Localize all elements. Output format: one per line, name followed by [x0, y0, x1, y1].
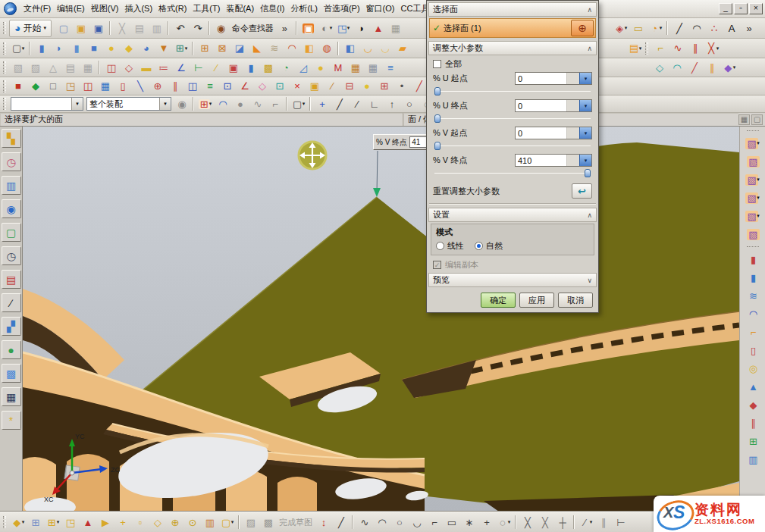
toolbar-grip[interactable] [645, 42, 648, 55]
web-browser-tab[interactable]: ◉ [2, 199, 21, 218]
grid-table-icon[interactable]: ▦ [364, 59, 381, 76]
work-section-icon[interactable]: ▯ [114, 78, 131, 95]
value-slider[interactable] [434, 86, 591, 96]
selected-face-row[interactable]: ✓ 选择面 (1) ⊕ [429, 18, 596, 38]
paste-icon[interactable]: ▥ [148, 20, 165, 36]
value-slider[interactable] [434, 168, 591, 178]
offset-curve-icon[interactable]: ◌▾ [495, 514, 513, 530]
extrude-icon[interactable]: ▮ [33, 40, 50, 57]
angle-icon[interactable]: ∠ [172, 59, 190, 76]
binoculars-icon[interactable]: ◉ [173, 95, 190, 112]
face-selector-button[interactable]: ⊕ [571, 20, 594, 36]
make-corner-icon[interactable]: ┼ [553, 514, 571, 530]
cancel-button[interactable]: 取消 [558, 293, 593, 308]
chamfer-icon[interactable]: ⌐ [425, 514, 443, 530]
list-lines-icon[interactable]: ≡ [381, 59, 399, 76]
guide-curve-icon[interactable]: ◠ [742, 305, 763, 323]
screw-icon[interactable]: ▮ [742, 268, 763, 286]
dimension-icon[interactable]: ⊢ [612, 514, 629, 530]
move-face-icon[interactable]: ▧▾ [742, 134, 763, 152]
boolean-icon[interactable]: ⊞▾ [172, 40, 190, 57]
refresh-view-icon[interactable]: ■ [9, 78, 27, 95]
locating-ring-icon[interactable]: ◎ [742, 359, 763, 377]
export-view-icon[interactable]: ⊡ [218, 78, 236, 95]
bolt-icon[interactable]: ▮ [742, 250, 763, 268]
dot-icon[interactable]: • [393, 78, 410, 95]
boss-icon[interactable]: ◆ [120, 40, 137, 57]
gray-box-icon[interactable]: ▦ [387, 20, 404, 36]
internet-tab[interactable]: ▢ [2, 223, 21, 242]
sketch-constraint-icon[interactable]: ∕▾ [577, 514, 594, 530]
teal-diamond-icon[interactable]: ◇ [651, 59, 668, 76]
center-target-icon[interactable]: ⊕ [149, 78, 166, 95]
level-icon[interactable]: ⊢ [190, 59, 207, 76]
distance-icon[interactable]: ▬ [137, 59, 155, 76]
sprue-icon[interactable]: ▲ [742, 377, 763, 396]
menu-item[interactable]: 视图(V) [88, 1, 122, 17]
sketch-task-icon[interactable]: ▨ [242, 514, 259, 530]
menu-item[interactable]: 信息(I) [257, 1, 287, 17]
new-file-icon[interactable]: ▢ [55, 20, 72, 36]
extend-sheet-icon[interactable]: ◡ [376, 40, 393, 57]
menu-item[interactable]: 装配(A) [223, 1, 257, 17]
zoom-box-icon[interactable]: □ [44, 78, 61, 95]
3d-scene[interactable]: ZC YC XC [23, 127, 739, 512]
snap-endpoint-icon[interactable]: ╱ [331, 95, 348, 112]
constraint-navigator-tab[interactable]: ◷ [2, 152, 21, 171]
triangle-icon[interactable]: △ [44, 59, 61, 76]
toolbar-grip[interactable] [3, 516, 6, 528]
text-icon[interactable]: A [723, 20, 740, 36]
library-tab[interactable]: ▥ [2, 176, 21, 195]
offset-surface-icon[interactable]: ◧ [341, 40, 359, 57]
mold-base-icon[interactable]: ⊞ [742, 432, 763, 450]
toolbar-grip[interactable] [747, 130, 759, 131]
menu-item[interactable]: 首选项(P) [321, 1, 363, 17]
wire-cube-icon[interactable]: ⊞ [375, 78, 393, 95]
pattern-face-icon[interactable]: ▧ [742, 225, 763, 243]
unite-icon[interactable]: ⊞ [196, 40, 213, 57]
gradient-pen-tab[interactable]: ∕ [2, 293, 21, 312]
substitute-icon[interactable]: ▫ [131, 514, 149, 530]
point-list-icon[interactable]: ≔ [155, 59, 172, 76]
resize-section-header[interactable]: 调整大小参数 ∧ [428, 41, 597, 55]
radio-button[interactable] [475, 242, 483, 250]
purple-diamond-icon[interactable]: ◆▾ [720, 59, 738, 76]
orange-parallel-icon[interactable]: ∥ [703, 59, 720, 76]
replace-face-icon[interactable]: ▧▾ [742, 171, 763, 189]
sketch-line-icon[interactable]: ╱ [332, 514, 350, 530]
marquee-select-icon[interactable]: ▢▾ [290, 95, 307, 112]
sheet-check-icon[interactable]: ▩ [259, 59, 277, 76]
split-window-icon[interactable]: ◫ [183, 78, 201, 95]
wave-link-icon[interactable]: ◇ [149, 514, 166, 530]
all-checkbox[interactable] [433, 60, 441, 68]
lifter-icon[interactable]: ⌐ [742, 323, 763, 341]
sketch-reattach-icon[interactable]: ↕ [315, 514, 332, 530]
block-icon[interactable]: ■ [85, 40, 102, 57]
toolbar-grip[interactable] [3, 80, 6, 92]
assembly-constraints-icon[interactable]: ⊕ [166, 514, 183, 530]
io-box-icon[interactable]: ⊟ [340, 78, 358, 95]
stack-icon[interactable]: ▦ [79, 59, 96, 76]
menu-item[interactable]: 插入(S) [121, 1, 155, 17]
electrode-icon[interactable]: ◆ [742, 396, 763, 414]
profile-icon[interactable]: ∿ [356, 514, 373, 530]
menu-item[interactable]: 分析(L) [287, 1, 320, 17]
menu-item[interactable]: 编辑(E) [54, 1, 88, 17]
snapshot-icon[interactable]: ▤ [61, 59, 79, 76]
cavity-icon[interactable]: ▥ [742, 450, 763, 468]
roles-tab[interactable]: ● [2, 340, 21, 359]
subtract-icon[interactable]: ⊠ [213, 40, 230, 57]
command-finder-icon[interactable]: ◉ [212, 20, 230, 36]
chevron-down-icon[interactable]: ▾ [159, 98, 171, 110]
cylinder-check-icon[interactable]: ▮ [242, 59, 259, 76]
calculator-icon[interactable]: ▦ [346, 59, 364, 76]
scene-tab[interactable]: ▩ [2, 364, 21, 383]
render-style-icon[interactable]: ◑ [352, 20, 369, 36]
mode-option[interactable]: 自然 [475, 240, 503, 252]
pie-analysis-icon[interactable]: ◔ [277, 59, 294, 76]
toolbar-grip[interactable] [3, 98, 6, 110]
sphere-icon[interactable]: ● [102, 40, 120, 57]
undo-icon[interactable]: ↶ [171, 20, 189, 36]
slider-thumb[interactable] [434, 142, 441, 150]
slider-thumb[interactable] [434, 87, 441, 95]
